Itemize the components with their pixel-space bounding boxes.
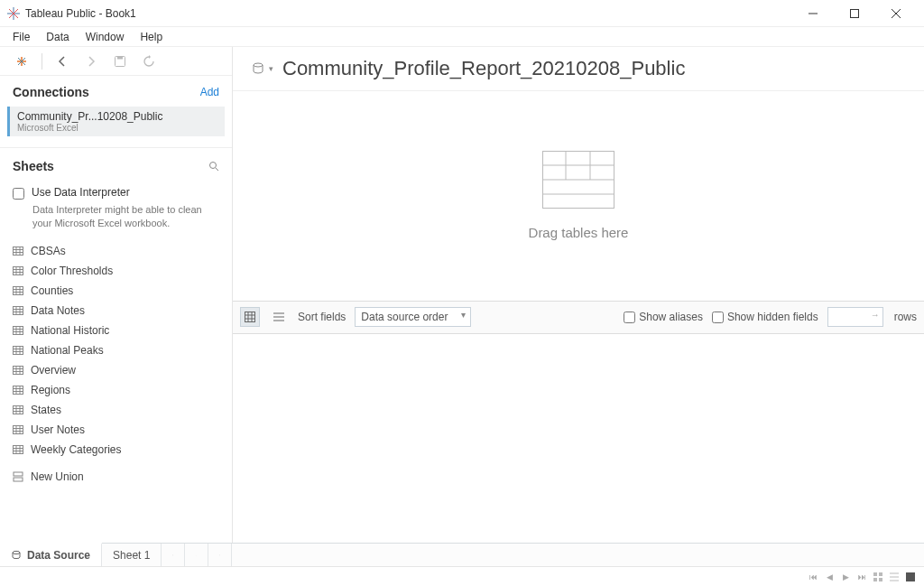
sheet-item-label: Weekly Categories [31,443,122,456]
svg-line-15 [216,168,218,171]
svg-rect-56 [14,405,23,414]
sort-fields-select[interactable]: Data source order [355,307,471,327]
data-interpreter-label: Use Data Interpreter [32,186,130,199]
datasource-icon [251,61,265,76]
sheets-header: Sheets [0,147,232,179]
view-list-icon[interactable] [888,571,901,583]
separator [42,53,42,70]
sheet-item-data-notes[interactable]: Data Notes [0,301,232,321]
sheet-item-counties[interactable]: Counties [0,281,232,301]
tableau-logo-icon [7,7,20,20]
new-union-button[interactable]: New Union [0,467,232,487]
refresh-icon[interactable] [136,51,162,72]
tableau-icon[interactable] [9,51,34,72]
view-full-icon[interactable] [904,571,917,583]
nav-last-icon[interactable]: ⏭ [855,571,868,583]
show-aliases-checkbox[interactable] [624,312,635,323]
sort-fields-label: Sort fields [298,311,346,323]
table-icon [13,285,23,296]
svg-rect-61 [14,425,23,433]
grid-controls: Sort fields Data source order Show alias… [233,302,924,334]
data-interpreter-desc: Data Interpreter might be able to clean … [0,201,232,237]
svg-rect-99 [219,554,220,555]
svg-rect-80 [245,312,255,322]
nav-prev-icon[interactable]: ◀ [823,571,836,583]
svg-rect-104 [873,572,877,576]
menu-help[interactable]: Help [133,29,170,45]
grid-view-icon[interactable] [240,307,260,327]
menu-window[interactable]: Window [79,29,132,45]
window-title: Tableau Public - Book1 [25,7,136,20]
svg-rect-26 [14,286,23,294]
svg-rect-51 [14,386,23,394]
table-icon [13,424,23,435]
new-dashboard-button[interactable] [185,544,208,566]
sidebar: Connections Add Community_Pr...10208_Pub… [0,47,233,543]
show-hidden-label: Show hidden fields [727,311,818,323]
main-canvas: ▾ Community_Profile_Report_20210208_Publ… [233,47,924,543]
sheet-item-weekly-categories[interactable]: Weekly Categories [0,440,232,460]
svg-rect-31 [14,306,23,314]
sheet-item-regions[interactable]: Regions [0,380,232,400]
svg-rect-106 [873,578,877,581]
connections-header: Connections Add [0,76,232,105]
table-icon [13,365,23,376]
sheet-item-overview[interactable]: Overview [0,360,232,380]
tab-data-source-label: Data Source [27,549,90,562]
connection-name: Community_Pr...10208_Public [17,110,217,123]
datasource-title[interactable]: Community_Profile_Report_20210208_Public [282,57,685,80]
sheet-item-label: Color Thresholds [31,265,113,277]
save-icon[interactable] [107,51,133,72]
sheet-item-label: Data Notes [31,304,85,317]
list-view-icon[interactable] [269,307,289,327]
union-icon [13,471,23,482]
svg-rect-46 [14,366,23,374]
svg-rect-13 [117,56,123,59]
back-button[interactable] [50,51,75,72]
table-icon [13,305,23,316]
table-icon [13,444,23,455]
new-worksheet-button[interactable] [162,544,185,566]
data-interpreter-checkbox[interactable] [13,188,24,200]
sheet-item-cbsas[interactable]: CBSAs [0,241,232,261]
tab-data-source[interactable]: Data Source [0,543,102,566]
sheet-item-states[interactable]: States [0,400,232,420]
sheet-item-national-peaks[interactable]: National Peaks [0,340,232,360]
close-button[interactable] [875,0,917,27]
menu-data[interactable]: Data [39,29,76,45]
view-tiles-icon[interactable] [872,571,884,583]
nav-first-icon[interactable]: ⏮ [807,571,819,583]
svg-point-14 [210,163,217,169]
rows-input[interactable] [827,307,883,327]
sheet-item-label: CBSAs [31,245,66,257]
sheet-item-user-notes[interactable]: User Notes [0,420,232,440]
maximize-button[interactable] [834,0,875,27]
drop-area[interactable]: Drag tables here [233,90,924,302]
svg-point-88 [13,551,20,553]
nav-next-icon[interactable]: ▶ [839,571,852,583]
sheet-item-color-thresholds[interactable]: Color Thresholds [0,261,232,281]
dropdown-caret-icon[interactable]: ▾ [269,64,273,73]
sheet-item-national-historic[interactable]: National Historic [0,321,232,340]
connection-item[interactable]: Community_Pr...10208_Public Microsoft Ex… [7,107,225,136]
tab-sheet1[interactable]: Sheet 1 [102,544,162,566]
statusbar: ⏮ ◀ ▶ ⏭ [0,566,924,586]
svg-point-73 [254,63,263,67]
svg-rect-5 [851,9,859,17]
svg-rect-71 [14,472,23,476]
sheet-item-label: National Peaks [31,344,104,357]
sheets-label: Sheets [13,159,54,173]
add-connection-link[interactable]: Add [200,86,219,98]
connections-label: Connections [13,85,89,99]
show-hidden-checkbox[interactable] [712,312,724,323]
svg-rect-16 [14,246,23,255]
search-icon[interactable] [208,161,219,172]
minimize-button[interactable] [792,0,834,27]
menu-file[interactable]: File [5,29,37,45]
placeholder-table-icon [542,151,614,209]
data-grid-area [233,334,924,544]
forward-button[interactable] [79,51,104,72]
datasource-tab-icon [11,550,22,561]
table-icon [13,325,23,336]
new-story-button[interactable] [208,544,232,566]
